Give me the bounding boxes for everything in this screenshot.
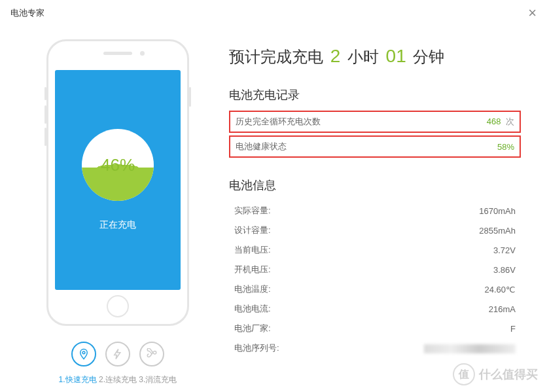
info-label: 当前电压:: [234, 244, 271, 256]
health-label: 电池健康状态: [236, 141, 287, 152]
info-row: 电池电流:216mA: [229, 299, 521, 319]
mode-label-trickle[interactable]: 3.涓流充电: [139, 375, 177, 384]
info-row: 电池厂家:F: [229, 319, 521, 338]
watermark-text: 什么值得买: [479, 366, 538, 382]
estimate-prefix: 预计完成充电: [229, 48, 323, 65]
info-label: 电池厂家:: [234, 323, 271, 334]
mode-label-fast[interactable]: 1.快速充电: [59, 375, 97, 384]
info-value: [424, 343, 516, 353]
info-row: 电池序列号:: [229, 338, 521, 358]
close-button[interactable]: ×: [528, 5, 537, 22]
info-value: 216mA: [489, 304, 516, 314]
info-row: 当前电压:3.72V: [229, 240, 521, 260]
estimate-hours-unit: 小时: [347, 48, 379, 65]
info-value: 2855mAh: [479, 226, 516, 236]
health-value: 58%: [497, 142, 514, 152]
watermark-icon: 值: [453, 363, 475, 385]
mode-trickle-button[interactable]: [139, 342, 164, 366]
charge-mode-icons: [71, 342, 164, 366]
home-button-icon: [107, 295, 129, 317]
info-value: 24.60℃: [484, 285, 516, 294]
serial-blurred: [424, 344, 516, 353]
phone-side-button: [189, 87, 191, 107]
phone-panel: 46% 正在充电 1.快速充电 2.连续充电 3.涓流充电: [26, 39, 209, 385]
battery-info-table: 实际容量:1670mAh设计容量:2855mAh当前电压:3.72V开机电压:3…: [229, 201, 521, 358]
estimate-mins: 01: [386, 46, 406, 66]
cycle-unit: 次: [506, 116, 514, 126]
info-label: 开机电压:: [234, 264, 271, 276]
cycle-count-row: 历史完全循环充电次数 468 次: [229, 111, 521, 133]
estimate-mins-unit: 分钟: [413, 48, 444, 65]
battery-info-title: 电池信息: [229, 177, 521, 193]
cycle-value: 468: [487, 116, 501, 126]
phone-volume-down: [44, 128, 46, 146]
infinity-icon: [146, 348, 158, 360]
info-value: 1670mAh: [479, 206, 516, 216]
cycle-label: 历史完全循环充电次数: [236, 116, 321, 128]
phone-frame: 46% 正在充电: [46, 39, 189, 326]
info-label: 电池序列号:: [234, 342, 279, 354]
window-header: 电池专家 ×: [0, 0, 547, 26]
app-title: 电池专家: [10, 7, 44, 19]
watermark: 值 什么值得买: [453, 363, 538, 385]
charge-mode-labels: 1.快速充电 2.连续充电 3.涓流充电: [59, 374, 177, 385]
info-panel: 预计完成充电 2 小时 01 分钟 电池充电记录 历史完全循环充电次数 468 …: [209, 39, 521, 385]
health-row: 电池健康状态 58%: [229, 135, 521, 158]
mode-fast-button[interactable]: [71, 342, 96, 366]
info-label: 电池温度:: [234, 283, 271, 295]
battery-gauge: 46%: [82, 129, 154, 201]
phone-screen: 46% 正在充电: [55, 70, 181, 290]
info-row: 电池温度:24.60℃: [229, 279, 521, 299]
info-value: F: [510, 324, 516, 334]
estimate-hours: 2: [330, 46, 341, 66]
mode-continuous-button[interactable]: [105, 342, 130, 366]
phone-volume-up: [44, 105, 46, 124]
phone-mute-switch: [44, 87, 46, 100]
estimate-time: 预计完成充电 2 小时 01 分钟: [229, 46, 521, 67]
cycle-value-wrap: 468 次: [487, 116, 514, 128]
info-label: 实际容量:: [234, 205, 271, 217]
info-row: 实际容量:1670mAh: [229, 201, 521, 221]
info-row: 设计容量:2855mAh: [229, 221, 521, 240]
info-label: 设计容量:: [234, 224, 271, 236]
main-content: 46% 正在充电 1.快速充电 2.连续充电 3.涓流充电 预计完成充电: [0, 26, 547, 392]
info-value: 3.72V: [493, 245, 516, 255]
info-value: 3.86V: [493, 265, 516, 275]
info-label: 电池电流:: [234, 303, 271, 315]
battery-percent: 46%: [101, 155, 135, 175]
info-row: 开机电压:3.86V: [229, 260, 521, 279]
pin-icon: [78, 348, 90, 360]
charge-record-title: 电池充电记录: [229, 87, 521, 103]
svg-point-0: [82, 351, 85, 354]
bolt-icon: [112, 348, 124, 360]
mode-label-continuous[interactable]: 2.连续充电: [99, 375, 137, 384]
charging-status: 正在充电: [99, 219, 136, 231]
